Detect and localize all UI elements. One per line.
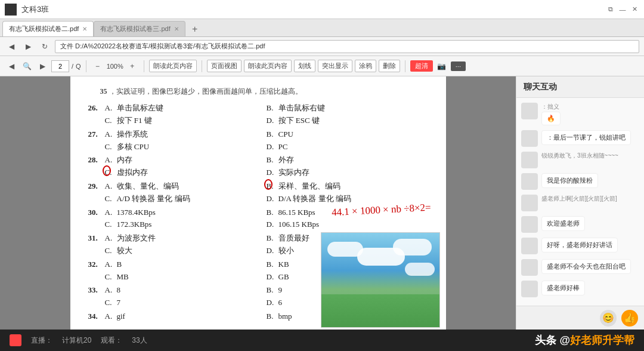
q26-row: 26. A.单击鼠标左键 C.按下 F1 键 B.单击鼠标右键 D.按下 ESC… xyxy=(88,102,428,127)
back-btn[interactable]: ◀ xyxy=(5,40,18,53)
q27-col2: B.CPU D.PC xyxy=(267,128,428,153)
watermark: 头条 @好老师升学帮 xyxy=(535,333,634,347)
window-controls: ⧉ — ✕ xyxy=(606,5,639,14)
read-btn2[interactable]: 朗读此页内容 xyxy=(244,60,292,72)
emoji-btn[interactable]: 😊 xyxy=(600,310,617,327)
refresh-btn[interactable]: ↻ xyxy=(38,40,51,53)
chat-msg-7: 盛老师不会今天也在阳台吧 xyxy=(521,259,639,276)
page-total: Q xyxy=(76,63,81,70)
pdf-search-btn[interactable]: 🔍 xyxy=(20,60,33,73)
chat-msg-5: 欢迎盛老师 xyxy=(521,216,639,233)
highlight-btn[interactable]: 突出显示 xyxy=(318,60,352,72)
pdf-prev-btn[interactable]: ◀ xyxy=(5,60,18,73)
q34-num: 34. xyxy=(88,310,105,323)
chat-user-4: 盛老师上啊[火箭][火箭][火箭] xyxy=(541,195,617,203)
chat-msg-3: 我是你的酸辣粉 xyxy=(521,173,639,190)
bottom-bar: 直播： 计算机20 观看： 33人 头条 @好老师升学帮 xyxy=(0,330,644,351)
forward-btn[interactable]: ▶ xyxy=(21,40,35,53)
page-view-btn[interactable]: 页面视图 xyxy=(207,60,242,72)
tab-close-2[interactable]: ✕ xyxy=(174,26,179,32)
q27-b: B.CPU xyxy=(267,128,426,141)
viewers-count: 33人 xyxy=(132,335,147,346)
chat-header-label: 聊天互动 xyxy=(524,82,557,93)
chat-bubble-7: 盛老师不会今天也在阳台吧 xyxy=(541,259,631,274)
app-window: 文科3班 ⧉ — ✕ 有志飞跃模拟试卷二.pdf ✕ 有志飞跃模拟试卷三.pdf… xyxy=(0,0,644,351)
chat-bubble-1: ：最后一节课了，锐姐讲吧 xyxy=(541,130,631,145)
address-input[interactable] xyxy=(55,40,639,53)
chat-msg-2: 锐锐勇敢飞，3班永相随~~~~ xyxy=(521,152,639,168)
q33-col1: A.8 C.7 xyxy=(105,284,267,309)
q28-b: B.外存 xyxy=(267,154,426,167)
camera-btn[interactable]: 📷 xyxy=(435,60,448,73)
q28-options: A.内存 C.虚拟内存 B.外存 D.实际内存 xyxy=(105,154,428,179)
q32-col1: A.B C.MB xyxy=(105,258,267,284)
hd-btn[interactable]: 超清 xyxy=(410,60,433,72)
q26-col1: A.单击鼠标左键 C.按下 F1 键 xyxy=(105,102,267,127)
read-btn[interactable]: 朗读此页内容 xyxy=(149,60,197,72)
q27-row: 27. A.操作系统 C.多核 CPU B.CPU D.PC xyxy=(88,128,428,153)
avatar-0 xyxy=(521,103,538,119)
viewers-label: 观看： xyxy=(101,335,122,346)
avatar-3 xyxy=(521,173,538,190)
pdf-next-btn[interactable]: ▶ xyxy=(36,60,49,73)
q33-a: A.8 xyxy=(105,284,264,297)
avatar-8 xyxy=(521,281,538,297)
underline-btn[interactable]: 划线 xyxy=(294,60,315,72)
q26-num: 26. xyxy=(88,102,105,127)
chat-bubble-5: 欢迎盛老师 xyxy=(541,216,585,231)
chat-msg-1: ：最后一节课了，锐姐讲吧 xyxy=(521,130,639,147)
more-btn[interactable]: ··· xyxy=(451,61,466,71)
q29-c: C.A/D 转换器 量化 编码 xyxy=(105,193,264,205)
q31-a: A.为波形文件 xyxy=(105,232,264,245)
like-btn[interactable]: 👍 xyxy=(621,310,638,327)
minimize-btn[interactable]: — xyxy=(618,5,627,14)
q31-col1: A.为波形文件 C.较大 xyxy=(105,232,267,257)
zoom-in-btn[interactable]: + xyxy=(126,60,139,73)
header-note: 35 ，实践证明，图像巴彩越少，图像画面越间单，压缩比越高。 xyxy=(88,86,428,97)
browser-tabs-row: 有志飞跃模拟试卷二.pdf ✕ 有志飞跃模拟试卷三.pdf ✕ + xyxy=(0,19,644,37)
tab-active[interactable]: 有志飞跃模拟试卷二.pdf ✕ xyxy=(2,21,94,36)
chat-messages: ：拙义 🔥 ：最后一节课了，锐姐讲吧 锐锐勇敢飞，3班永相随~~~~ xyxy=(516,98,644,306)
zoom-out-btn[interactable]: − xyxy=(91,60,104,73)
q28-a: A.内存 xyxy=(105,154,264,167)
q30-row: 30. A.1378.4KBps C.172.3KBps B.86.15 KBp… xyxy=(88,207,428,232)
q29-row: 29. A.收集、量化、编码 C.A/D 转换器 量化 编码 B.采样、量化、编… xyxy=(88,180,428,205)
chat-bubble-3: 我是你的酸辣粉 xyxy=(541,173,598,188)
new-tab-btn[interactable]: + xyxy=(188,22,202,36)
q29-col1: A.收集、量化、编码 C.A/D 转换器 量化 编码 xyxy=(105,180,267,205)
chat-bubble-6: 好呀，盛老师好好讲话 xyxy=(541,238,618,253)
title-bar: 文科3班 ⧉ — ✕ xyxy=(0,0,644,19)
q31-num: 31. xyxy=(88,232,105,257)
sep3 xyxy=(202,60,202,72)
avatar-7 xyxy=(521,259,538,276)
q27-a: A.操作系统 xyxy=(105,128,264,141)
close-btn[interactable]: ✕ xyxy=(630,5,639,14)
q34-a: A.gif xyxy=(105,310,264,323)
q33-c: C.7 xyxy=(105,297,264,309)
tab-close-1[interactable]: ✕ xyxy=(82,26,87,32)
delete-btn[interactable]: 删除 xyxy=(379,60,400,72)
live-icon xyxy=(10,334,21,346)
chat-user-2: 锐锐勇敢飞，3班永相随~~~~ xyxy=(541,152,618,160)
q27-c: C.多核 CPU xyxy=(105,141,264,153)
avatar-6 xyxy=(521,238,538,254)
cloud4 xyxy=(405,263,435,276)
chat-bubble-0: 🔥 xyxy=(541,112,561,125)
q30-d: D.106.15 KBps xyxy=(267,218,426,231)
chat-msg-0: ：拙义 🔥 xyxy=(521,103,639,125)
q31-c: C.较大 xyxy=(105,245,264,257)
q29-a: A.收集、量化、编码 xyxy=(105,180,264,193)
subject-label: 计算机20 xyxy=(62,335,91,346)
page-input[interactable] xyxy=(51,60,69,72)
q27-col1: A.操作系统 C.多核 CPU xyxy=(105,128,267,153)
sep4 xyxy=(405,60,405,72)
cloud3 xyxy=(393,239,432,255)
chat-sidebar: 聊天互动 ：拙义 🔥 ：最后一节课了，锐姐讲吧 xyxy=(516,76,644,330)
draw-btn[interactable]: 涂鸦 xyxy=(355,60,376,72)
chat-header: 聊天互动 xyxy=(516,76,644,98)
tab-inactive[interactable]: 有志飞跃模拟试卷三.pdf ✕ xyxy=(94,21,185,36)
restore-btn[interactable]: ⧉ xyxy=(606,5,615,14)
tab-label-1: 有志飞跃模拟试卷二.pdf xyxy=(9,24,79,33)
chat-msg-4: 盛老师上啊[火箭][火箭][火箭] xyxy=(521,195,639,211)
q26-d: D.按下 ESC 键 xyxy=(267,115,426,127)
